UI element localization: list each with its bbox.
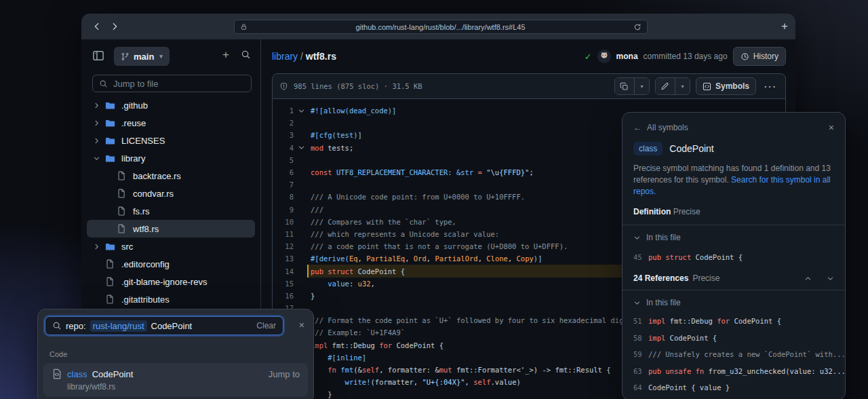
history-button[interactable]: History [733,47,786,66]
back-button[interactable] [91,20,103,33]
jump-to-action: Jump to [269,369,300,379]
tree-item-label: LICENSES [121,136,165,146]
line-number[interactable]: 13 [273,254,296,263]
tree-item--github[interactable]: .github [87,96,255,114]
jump-to-file-input[interactable]: Jump to file [92,75,252,92]
tree-item-fs-rs[interactable]: fs.rs [87,202,255,220]
reference-line-67[interactable]: 67/// Creates a new `CodePoint` if the v… [623,396,845,399]
folder-icon [104,136,115,146]
symbol-search-input[interactable]: repo: rust-lang/rust CodePoint Clear [45,316,283,335]
more-options-button[interactable]: ··· [762,81,780,92]
line-number[interactable]: 2 [273,119,296,127]
chevron-right-icon [91,119,102,127]
result-name: CodePoint [92,369,134,379]
tree-item-src[interactable]: src [87,238,255,255]
fold-toggle-icon[interactable] [296,144,307,151]
tree-item--reuse[interactable]: .reuse [87,114,255,132]
reference-line-51[interactable]: 51impl fmt::Debug for CodePoint { [623,313,845,330]
code-square-icon [703,82,711,91]
reference-code: CodePoint { value } [648,383,730,392]
line-number[interactable]: 6 [273,168,296,176]
pencil-icon [660,82,669,91]
in-this-file-toggle[interactable]: In this file [623,292,845,313]
commit-author[interactable]: mona [616,52,638,61]
tree-item--git-blame-ignore-revs[interactable]: .git-blame-ignore-revs [87,273,255,290]
collapse-tree-button[interactable] [92,50,104,62]
search-result-item[interactable]: class CodePoint Jump to library/wtf8.rs [43,363,308,397]
chevron-down-icon [827,275,834,282]
chevron-right-icon [91,102,102,109]
line-number[interactable]: 12 [273,242,296,250]
file-icon [116,171,127,180]
file-info-bar: 985 lines (875 sloc) · 31.5 KB ▾ [272,73,786,99]
tree-item-label: wtf8.rs [133,224,159,234]
line-number[interactable]: 14 [273,267,296,276]
copy-dropdown-button[interactable]: ▾ [634,78,649,94]
edit-button-group: ▾ [655,77,690,95]
copy-button[interactable] [615,78,634,94]
line-number[interactable]: 11 [273,230,296,238]
reference-line-59[interactable]: 59/// Unsafely creates a new `CodePoint`… [623,346,845,363]
definition-header: Definition Precise [623,197,845,225]
edit-button[interactable] [656,78,675,94]
line-number[interactable]: 3 [273,131,296,139]
line-number[interactable]: 1 [273,107,296,115]
line-number[interactable]: 4 [273,144,296,152]
query-prefix: repo: [66,321,86,331]
in-this-file-toggle[interactable]: In this file [623,227,845,248]
tree-item--gitattributes[interactable]: .gitattributes [87,290,255,308]
new-tab-button[interactable]: + [779,21,790,32]
next-reference-button[interactable] [827,275,834,282]
reference-line-63[interactable]: 63pub unsafe fn from_u32_unchecked(value… [623,363,845,380]
chevron-right-icon [91,243,102,250]
address-bar[interactable]: github.com/rust-lang/rust/blob/.../libra… [234,20,648,34]
close-search-overlay-button[interactable]: × [299,320,304,330]
add-file-button[interactable]: + [222,50,229,60]
line-number[interactable]: 8 [273,193,296,201]
fold-toggle-icon[interactable] [296,107,307,115]
line-number: 64 [633,383,648,392]
line-number[interactable]: 16 [273,292,296,300]
folder-icon [104,153,115,164]
jump-to-file-placeholder: Jump to file [113,79,158,89]
all-symbols-back-button[interactable]: ← All symbols [633,123,688,132]
edit-dropdown-button[interactable]: ▾ [675,78,690,94]
chevron-down-icon [633,299,641,307]
file-icon [116,206,127,216]
tree-item-condvar-rs[interactable]: condvar.rs [87,185,255,202]
close-symbols-panel-button[interactable]: × [829,122,834,133]
branch-selector[interactable]: main ▾ [114,47,170,66]
search-tree-button[interactable] [241,50,251,60]
chevron-down-icon: ▾ [159,53,163,60]
definition-line[interactable]: 45 pub struct CodePoint { [623,248,845,267]
tree-item-label: condvar.rs [133,189,174,199]
line-number[interactable]: 7 [273,180,296,189]
file-code-icon [52,368,62,379]
chevron-left-icon [92,22,102,31]
line-number[interactable]: 15 [273,280,296,288]
clear-search-button[interactable]: Clear [256,321,276,330]
line-number[interactable]: 10 [273,218,296,226]
tree-item-wtf8-rs[interactable]: wtf8.rs [87,220,255,238]
tree-item--editorconfig[interactable]: .editorconfig [87,255,255,273]
line-number[interactable]: 5 [273,156,296,164]
chevron-right-icon [110,22,119,31]
reference-line-64[interactable]: 64CodePoint { value } [623,379,845,396]
file-icon [116,189,127,198]
tree-item-label: fs.rs [133,206,150,216]
breadcrumb-dir-link[interactable]: library [272,51,298,62]
forward-button[interactable] [108,20,121,33]
symbols-button[interactable]: Symbols [696,77,756,95]
refresh-button[interactable] [633,23,642,31]
line-number: 51 [633,317,648,325]
tree-item-library[interactable]: library [87,149,255,167]
tree-item-licenses[interactable]: LICENSES [87,132,255,149]
previous-reference-button[interactable] [804,275,812,282]
arrow-left-icon: ← [633,123,642,132]
search-icon [52,321,62,330]
file-icon [104,259,115,269]
line-number[interactable]: 9 [273,206,296,214]
reference-line-58[interactable]: 58impl CodePoint { [623,330,845,347]
tree-item-backtrace-rs[interactable]: backtrace.rs [87,167,255,185]
avatar[interactable] [597,50,611,63]
